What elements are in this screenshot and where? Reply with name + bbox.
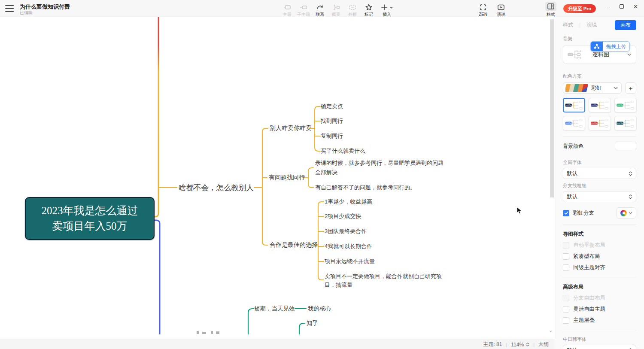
close-icon[interactable]: ✕: [633, 4, 638, 9]
topic-node[interactable]: 有问题找同行: [269, 174, 305, 182]
clipped-topic-fragment: [216, 331, 219, 334]
outline-button[interactable]: 大纲: [538, 341, 549, 348]
advanced-layout-title: 高级布局: [563, 283, 636, 291]
color-scheme-value: 彩虹: [591, 85, 602, 92]
topic-node[interactable]: 短期，当天见效: [254, 305, 295, 313]
topic-node[interactable]: 1事越少，收益越高: [325, 198, 372, 206]
zoom-level[interactable]: 114%: [511, 342, 524, 348]
app-window: 为什么要做知识付费 已编辑 主题 子主题 联系 概要 外框: [0, 0, 644, 349]
panel-tabs: 样式 | 演说 画布: [563, 20, 636, 30]
drag-upload-badge[interactable]: 拖拽上传: [590, 41, 630, 52]
svg-text:Central Topic: Central Topic: [616, 104, 624, 106]
topic-node[interactable]: 录课的时候，就多参考同行，尽量吧学员遇到的问题全部解决: [315, 158, 444, 177]
maximize-icon[interactable]: [620, 4, 624, 9]
topic-count: 主题: 81: [483, 341, 502, 348]
relationship-button[interactable]: 联系: [312, 2, 328, 17]
checkbox[interactable]: [563, 306, 569, 313]
vertical-scrollbar-thumb[interactable]: [550, 19, 554, 197]
subtopic-button: 子主题: [295, 2, 312, 17]
theme-card[interactable]: Central Topic: [563, 98, 585, 112]
marker-button[interactable]: 标记: [361, 2, 377, 17]
central-topic[interactable]: 2023年我是怎么通过 卖项目年入50万: [25, 197, 155, 240]
divider: [563, 277, 636, 277]
mindmap-canvas[interactable]: 2023年我是怎么通过 卖项目年入50万 啥都不会，怎么教别人 别人咋卖你咋卖 …: [0, 17, 555, 334]
rainbow-branch-checkbox[interactable]: [563, 210, 569, 216]
tab-style[interactable]: 样式: [563, 21, 573, 29]
zoom-control[interactable]: 114%: [511, 342, 529, 348]
status-bar: 主题: 81 | 114% | 大纲: [0, 340, 555, 349]
chevron-down-icon: [627, 53, 632, 56]
theme-thumbnails: Central Topic Central Topic Central Topi…: [563, 98, 636, 130]
topic-node[interactable]: 卖项目不一定要做项目，能合作就别自己研究项目，搞流量: [325, 272, 446, 289]
zen-button[interactable]: ZEN: [474, 2, 492, 17]
topic-node[interactable]: 知乎: [307, 319, 318, 327]
topic-node[interactable]: 买了什么就卖什么: [321, 147, 365, 155]
divider: [563, 330, 636, 330]
svg-text:Central Topic: Central Topic: [565, 122, 572, 124]
scroll-down-icon[interactable]: ⌄: [549, 328, 553, 333]
select-stepper-icon: [629, 171, 632, 176]
checkbox[interactable]: [563, 253, 569, 260]
color-wheel-icon: [620, 210, 627, 216]
theme-card[interactable]: Central Topic: [614, 98, 637, 112]
minimize-icon[interactable]: –: [607, 4, 610, 9]
zoom-stepper-icon[interactable]: [526, 343, 529, 346]
topic-node[interactable]: 啥都不会，怎么教别人: [179, 182, 254, 193]
option-flexible-topic[interactable]: 灵活自由主题: [563, 306, 636, 313]
theme-card[interactable]: Central Topic: [614, 116, 637, 130]
topic-node[interactable]: 2项目少成交快: [325, 212, 361, 220]
insert-button[interactable]: 插入: [377, 2, 397, 17]
rainbow-color-select[interactable]: [617, 207, 636, 219]
present-button[interactable]: 演说: [492, 2, 510, 17]
topic-node[interactable]: 有自己解答不了的问题，就参考同行的。: [315, 184, 416, 191]
topic-node[interactable]: 4我就可以长期合作: [325, 243, 372, 250]
global-font-select[interactable]: 默认: [563, 168, 636, 179]
view-toolbar: ZEN 演说: [474, 2, 510, 17]
topic-node[interactable]: 确定卖点: [321, 103, 343, 110]
theme-card[interactable]: Central Topic: [563, 116, 585, 130]
topic-node[interactable]: 3团队最终要合作: [325, 228, 367, 235]
svg-text:Central Topic: Central Topic: [590, 122, 598, 124]
branch-width-select[interactable]: 默认: [563, 191, 636, 202]
color-scheme-label: 配色方案: [563, 73, 636, 79]
global-font-label: 全局字体: [563, 159, 636, 166]
tab-present[interactable]: 演说: [586, 21, 597, 29]
topic-node[interactable]: 项目永远绕不开流量: [325, 258, 375, 265]
option-sibling-align[interactable]: 同级主题对齐: [563, 264, 636, 271]
star-icon: [365, 3, 373, 12]
upgrade-pro-button[interactable]: 升级至 Pro: [563, 4, 596, 13]
color-scheme-select[interactable]: 彩虹: [563, 82, 622, 94]
topic-node[interactable]: 复制同行: [321, 132, 343, 140]
format-button[interactable]: 格式: [542, 2, 560, 18]
background-color-label: 背景颜色: [563, 143, 583, 150]
cjk-font-select[interactable]: 默认: [563, 345, 636, 349]
main-toolbar: 主题 子主题 联系 概要 外框 标记: [279, 2, 397, 17]
option-topic-overlap[interactable]: 主题层叠: [563, 317, 636, 324]
map-style-title: 导图样式: [563, 231, 636, 238]
tab-canvas[interactable]: 画布: [615, 20, 636, 30]
topic-node[interactable]: 找到同行: [321, 117, 343, 125]
checkbox[interactable]: [563, 264, 569, 271]
central-topic-line1: 2023年我是怎么通过: [42, 203, 138, 219]
skeleton-select[interactable]: 逻辑图 拖拽上传: [563, 45, 636, 64]
document-save-status: 已编辑: [20, 10, 33, 16]
clipped-topic-fragment: [197, 331, 199, 334]
option-branch-free-layout: 分支自由布局: [563, 294, 636, 302]
scroll-right-icon[interactable]: ›: [548, 334, 550, 334]
theme-card[interactable]: Central Topic: [589, 116, 611, 130]
background-color-swatch[interactable]: [615, 142, 636, 150]
boundary-icon: [348, 3, 357, 12]
menu-icon[interactable]: [5, 5, 14, 12]
topic-node[interactable]: 合作是最佳的选择: [270, 241, 318, 249]
topic-node[interactable]: 别人咋卖你咋卖: [270, 124, 312, 132]
topic-button: 主题: [279, 2, 295, 17]
svg-text:Central Topic: Central Topic: [590, 104, 598, 106]
checkbox[interactable]: [563, 317, 569, 324]
theme-card[interactable]: Central Topic: [589, 98, 611, 112]
format-panel-icon: [545, 2, 556, 11]
summary-icon: [332, 3, 340, 12]
drag-upload-label: 拖拽上传: [603, 42, 629, 51]
add-scheme-button[interactable]: +: [625, 82, 636, 94]
option-compact-layout[interactable]: 紧凑型布局: [563, 253, 636, 260]
topic-node[interactable]: 我的核心: [308, 305, 331, 313]
